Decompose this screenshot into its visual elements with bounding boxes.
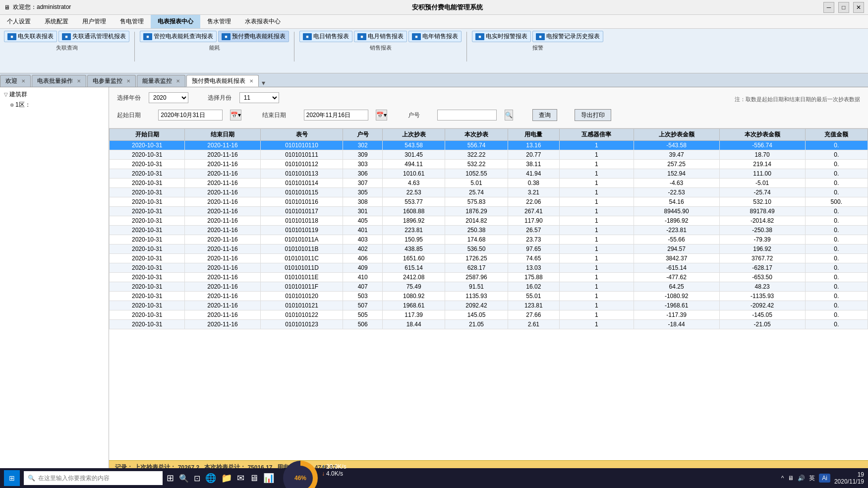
tab-close-batch-ops[interactable]: ✕: [77, 78, 81, 84]
btn-ctrl-energy-report[interactable]: ■ 管控电表能耗查询报表: [140, 31, 217, 42]
tray-volume[interactable]: 🔊: [798, 475, 805, 482]
tab-close-energy-monitor[interactable]: ✕: [176, 78, 180, 84]
taskbar-icon-search[interactable]: 🔍: [179, 474, 189, 483]
table-cell: -2014.82: [719, 216, 805, 226]
table-row[interactable]: 2020-10-312020-11-16010101011A403150.951…: [110, 235, 868, 244]
table-row[interactable]: 2020-10-312020-11-160101010111309301.453…: [110, 150, 868, 160]
table-cell: 0101010117: [260, 207, 343, 216]
menu-electricity-management[interactable]: 售电管理: [113, 15, 151, 28]
toolbar-group-sales-label: 销售报表: [370, 44, 392, 52]
menu-water-sales[interactable]: 售水管理: [200, 15, 238, 28]
start-date-input[interactable]: [158, 110, 223, 121]
taskbar-icon-app1[interactable]: 🖥: [249, 473, 258, 484]
table-row[interactable]: 2020-10-312020-11-16010101011E4102412.08…: [110, 273, 868, 282]
taskbar-icon-mail[interactable]: ✉: [237, 473, 244, 484]
tree-item-buildings[interactable]: ▽ 建筑群: [2, 89, 107, 100]
table-cell: 2020-11-16: [185, 292, 260, 301]
menu-user-management[interactable]: 用户管理: [75, 15, 113, 28]
start-date-picker-btn[interactable]: 📅▾: [230, 110, 241, 121]
table-cell: 2020-11-16: [185, 179, 260, 188]
account-search-btn[interactable]: 🔍: [505, 110, 513, 121]
month-select[interactable]: 11: [239, 92, 279, 103]
btn-daily-sales[interactable]: ■ 电日销售报表: [299, 31, 352, 42]
tab-close-prepaid-energy[interactable]: ✕: [249, 78, 253, 84]
btn-realtime-alarm[interactable]: ■ 电实时报警报表: [472, 31, 531, 42]
table-row[interactable]: 2020-10-312020-11-16010101011F40775.4991…: [110, 282, 868, 292]
table-cell: 010101011A: [260, 235, 343, 244]
tab-welcome[interactable]: 欢迎 ✕: [0, 75, 31, 87]
tray-chevron[interactable]: ^: [781, 475, 784, 482]
table-cell: 0.: [805, 244, 868, 254]
table-row[interactable]: 2020-10-312020-11-160101010110302543.585…: [110, 141, 868, 150]
table-row[interactable]: 2020-10-312020-11-1601010101205031080.92…: [110, 292, 868, 301]
export-print-button[interactable]: 导出打印: [575, 109, 611, 121]
table-cell: 322.22: [445, 150, 508, 160]
account-input[interactable]: [437, 110, 497, 121]
table-row[interactable]: 2020-10-312020-11-16010101011D409615.146…: [110, 263, 868, 273]
table-cell: 1: [560, 292, 634, 301]
tab-param-monitor[interactable]: 电参量监控 ✕: [87, 75, 136, 87]
taskbar-icon-windows[interactable]: ⊞: [167, 473, 174, 484]
btn-alarm-history[interactable]: ■ 电报警记录历史报表: [532, 31, 603, 42]
table-row[interactable]: 2020-10-312020-11-1601010101133061010.61…: [110, 169, 868, 179]
table-cell: -615.14: [634, 263, 719, 273]
th-curr-reading: 本次抄表: [445, 129, 508, 141]
minimize-button[interactable]: ─: [823, 2, 834, 13]
table-row[interactable]: 2020-10-312020-11-1601010101215071968.61…: [110, 301, 868, 310]
btn-prepaid-energy-report[interactable]: ■ 预付费电表能耗报表: [218, 31, 289, 42]
table-row[interactable]: 2020-10-312020-11-16010101011C4061651.60…: [110, 254, 868, 263]
table-cell: 3.21: [508, 188, 559, 197]
close-button[interactable]: ✕: [853, 2, 864, 13]
btn-comm-lost-report[interactable]: ■ 失联通讯管理机报表: [58, 31, 129, 42]
table-row[interactable]: 2020-10-312020-11-1601010101184051896.92…: [110, 216, 868, 226]
tab-close-welcome[interactable]: ✕: [21, 78, 25, 84]
menu-personal-settings[interactable]: 个人设置: [0, 15, 38, 28]
tray-ai[interactable]: Ai: [819, 474, 830, 483]
tree-label-buildings: 建筑群: [9, 90, 27, 99]
end-date-input[interactable]: [304, 110, 368, 121]
table-row[interactable]: 2020-10-312020-11-16010101011B402438.855…: [110, 244, 868, 254]
table-cell: 2020-11-16: [185, 207, 260, 216]
table-cell: 0.: [805, 150, 868, 160]
search-input[interactable]: [38, 475, 159, 482]
taskbar-icon-files[interactable]: 📁: [221, 473, 232, 484]
table-row[interactable]: 2020-10-312020-11-160101010116308553.775…: [110, 197, 868, 207]
tree-item-zone1[interactable]: ⊕ 1区：: [2, 100, 107, 110]
table-cell: 1: [560, 169, 634, 179]
year-select[interactable]: 2020: [149, 92, 188, 103]
tab-close-param-monitor[interactable]: ✕: [126, 78, 130, 84]
tab-prepaid-energy-report[interactable]: 预付费电表能耗报表 ✕: [186, 75, 259, 87]
tab-energy-monitor[interactable]: 能量表监控 ✕: [137, 75, 185, 87]
tab-overflow-btn[interactable]: ▾: [262, 79, 265, 87]
btn-annual-sales[interactable]: ■ 电年销售报表: [408, 31, 462, 42]
btn-monthly-sales[interactable]: ■ 电月销售报表: [354, 31, 407, 42]
table-cell: 0.38: [508, 179, 559, 188]
table-cell: -1968.61: [634, 301, 719, 310]
tray-network[interactable]: 🖥: [788, 475, 794, 482]
taskbar-icon-app2[interactable]: 📊: [263, 473, 274, 484]
table-row[interactable]: 2020-10-312020-11-160101010122505117.391…: [110, 310, 868, 320]
table-row[interactable]: 2020-10-312020-11-1601010101173011608.88…: [110, 207, 868, 216]
table-cell: 410: [343, 273, 383, 282]
tree-toggle-buildings: ▽: [4, 92, 8, 97]
end-date-picker-btn[interactable]: 📅▾: [376, 110, 387, 121]
menu-system-config[interactable]: 系统配置: [38, 15, 75, 28]
table-cell: 0101010115: [260, 188, 343, 197]
table-row[interactable]: 2020-10-312020-11-16010101012350618.4421…: [110, 320, 868, 329]
speed-indicator: ↑ 20.0K/s ↓ 4.0K/s: [322, 463, 347, 477]
menu-water-report-center[interactable]: 水表报表中心: [238, 15, 288, 28]
table-row[interactable]: 2020-10-312020-11-16010101011530522.5325…: [110, 188, 868, 197]
query-button[interactable]: 查询: [532, 109, 557, 121]
tray-lang[interactable]: 英: [809, 474, 815, 483]
start-button[interactable]: ⊞: [4, 470, 20, 486]
tab-batch-ops[interactable]: 电表批量操作 ✕: [32, 75, 86, 87]
table-row[interactable]: 2020-10-312020-11-1601010101143074.635.0…: [110, 179, 868, 188]
table-row[interactable]: 2020-10-312020-11-160101010119401223.812…: [110, 226, 868, 235]
btn-meter-lost-report[interactable]: ■ 电失联表报表: [4, 31, 57, 42]
table-row[interactable]: 2020-10-312020-11-160101010112303494.115…: [110, 160, 868, 169]
taskbar-icon-apps[interactable]: ⊡: [194, 474, 200, 483]
maximize-button[interactable]: □: [838, 2, 849, 13]
table-cell: 1: [560, 254, 634, 263]
taskbar-icon-edge[interactable]: 🌐: [205, 473, 216, 484]
menu-meter-report-center[interactable]: 电表报表中心: [151, 15, 200, 28]
